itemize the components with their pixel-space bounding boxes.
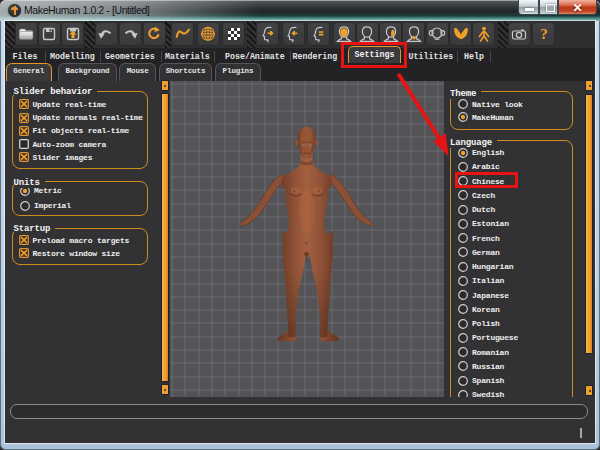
svg-text:?: ? xyxy=(540,26,548,42)
